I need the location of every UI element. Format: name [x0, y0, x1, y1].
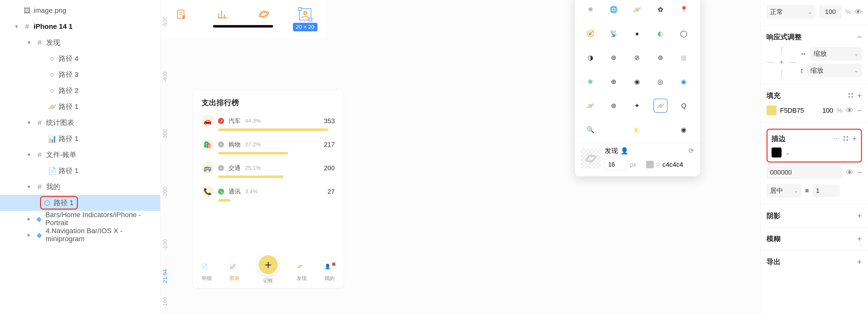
disclosure-icon[interactable]: ▾ [28, 151, 35, 158]
tab-discover[interactable]: 🪐 发现 [297, 264, 307, 282]
layer-files[interactable]: ▾# 文件-账单 [0, 147, 160, 163]
icon-pin[interactable]: 📍 [677, 2, 691, 16]
icon-target[interactable]: ⊚ [653, 50, 668, 65]
user-icon: 👤 [620, 147, 628, 155]
add-blur-icon[interactable]: + [857, 234, 862, 244]
icon-signal[interactable]: 📡 [607, 27, 621, 41]
layer-nav-component[interactable]: ▸◆ 4.Navigation Bar/IOS X - miniprogram [0, 227, 160, 243]
remove-stroke-icon[interactable]: − [857, 168, 862, 177]
chevron-down-icon[interactable]: ⌄ [785, 149, 790, 156]
refresh-icon[interactable]: ⟳ [689, 147, 694, 155]
selected-user-icon[interactable]: 20 × 20 [299, 8, 311, 20]
fab-add-button[interactable]: + [257, 254, 279, 276]
icon-compass7[interactable]: ⊛ [607, 99, 621, 113]
constraint-v-select[interactable]: 缩放 [807, 64, 862, 77]
icon-blank2[interactable] [653, 123, 668, 137]
icon-size-input[interactable] [605, 159, 627, 170]
icon-leaf[interactable]: ◐ [653, 27, 668, 41]
disclosure-icon[interactable]: ▾ [15, 23, 23, 30]
stroke-align-select[interactable]: 居中 [767, 184, 802, 198]
icon-compass4[interactable]: ⊕ [607, 75, 621, 89]
remove-fill-icon[interactable]: − [857, 106, 862, 115]
icon-compass-q[interactable]: Q [677, 99, 691, 113]
icon-compass-dark[interactable]: ● [630, 27, 644, 41]
more-icon[interactable]: ⋯ [833, 135, 840, 142]
icon-moon[interactable]: ◐ [630, 123, 644, 137]
icon-compass3[interactable]: ⊘ [630, 50, 644, 65]
layer-path3[interactable]: ○ 路径 3 [0, 67, 160, 83]
color-swatch[interactable] [646, 161, 654, 168]
icon-globe[interactable]: 🌐 [607, 2, 621, 16]
tab-add[interactable]: + 记账 [257, 261, 279, 284]
stroke-swatch[interactable] [772, 147, 781, 158]
blend-mode-select[interactable]: 正常 [767, 5, 816, 19]
stroke-visibility-icon[interactable]: 👁 [846, 168, 854, 177]
layer-discover[interactable]: ▾# 发现 [0, 35, 160, 50]
icon-compass2[interactable]: ⊛ [607, 50, 621, 65]
layer-image[interactable]: 🖼 image.png [0, 2, 160, 19]
rank-bar [218, 199, 230, 202]
fill-hex[interactable]: F5DB75 [780, 107, 804, 114]
rank-name: 汽车 [228, 117, 241, 125]
layer-files-path1[interactable]: 📄 路径 1 [0, 163, 160, 179]
icon-fan[interactable]: ✿ [653, 2, 668, 16]
icon-compass8[interactable]: ◉ [677, 123, 691, 137]
disclosure-icon[interactable]: ▸ [28, 216, 35, 222]
layer-stats[interactable]: ▾# 统计图表 [0, 115, 160, 131]
rank-row-telecom[interactable]: 📞 ↘ 通讯 3.4% 27 [202, 185, 335, 198]
layer-mine-path1-selected[interactable]: ⬡ 路径 1 [0, 195, 160, 211]
tab-chart[interactable]: 📈 图表 [229, 264, 240, 282]
add-shadow-icon[interactable]: + [857, 211, 862, 220]
add-fill-icon[interactable]: + [857, 91, 862, 100]
fill-visibility-icon[interactable]: 👁 [846, 106, 854, 115]
tab-detail[interactable]: 📄 明细 [202, 264, 212, 282]
visibility-toggle-icon[interactable]: 👁 [855, 8, 862, 16]
stroke-hex-input[interactable]: 000000 [767, 166, 842, 179]
style-icon[interactable] [848, 93, 854, 98]
bar-chart-icon[interactable] [217, 8, 228, 20]
opacity-input[interactable]: 100 [819, 5, 842, 18]
layer-path1[interactable]: 🪐 路径 1 [0, 99, 160, 115]
planet-icon[interactable] [258, 8, 270, 20]
style-icon[interactable] [843, 136, 848, 141]
icon-ring[interactable]: ◯ [677, 27, 691, 41]
layer-bars-component[interactable]: ▸◆ Bars/Home Indicators/iPhone - Portrai… [0, 211, 160, 227]
icon-leaf2[interactable]: ◑ [583, 50, 597, 65]
constraint-h-select[interactable]: 缩放 [810, 47, 862, 61]
receipt-icon[interactable]: ¥ [175, 8, 187, 20]
disclosure-icon[interactable]: ▾ [28, 183, 35, 190]
rank-row-car[interactable]: 🚗 ↗ 汽车 44.3% 353 [202, 115, 335, 127]
icon-search[interactable]: 🔍 [583, 123, 597, 137]
icon-planet-selected[interactable]: 🪐 [653, 99, 668, 113]
disclosure-icon[interactable]: ▾ [28, 119, 35, 126]
stroke-width-input[interactable]: 1 [812, 184, 840, 197]
add-export-icon[interactable]: + [857, 257, 862, 267]
icon-blank1[interactable] [607, 123, 621, 137]
icon-grid4[interactable]: ▦ [677, 50, 691, 65]
layer-frame-iphone[interactable]: ▾# iPhone 14 1 [0, 19, 160, 35]
layer-path4[interactable]: ○ 路径 4 [0, 50, 160, 67]
icon-atom[interactable]: ⚛ [583, 2, 597, 16]
icon-orbit[interactable]: 🪐 [630, 2, 644, 16]
rank-row-shopping[interactable]: 🛍️ – 购物 27.2% 217 [202, 138, 335, 150]
icon-compass-fill[interactable]: 🧭 [583, 27, 597, 41]
tab-mine[interactable]: 👤 我的 [324, 264, 335, 282]
layer-path2[interactable]: ○ 路径 2 [0, 83, 160, 99]
layer-stats-path1[interactable]: 📊 路径 1 [0, 131, 160, 147]
collapse-icon[interactable]: − [857, 32, 862, 42]
disclosure-icon[interactable]: ▾ [28, 39, 35, 46]
color-hex[interactable]: c4c4c4 [662, 161, 683, 169]
icon-compass-bold[interactable]: ✦ [630, 99, 644, 113]
add-stroke-icon[interactable]: + [852, 134, 857, 143]
icon-compass6[interactable]: ◎ [653, 75, 668, 89]
layer-mine[interactable]: ▾# 我的 [0, 179, 160, 195]
disclosure-icon[interactable]: ▸ [28, 232, 35, 238]
icon-compass5[interactable]: ◉ [630, 75, 644, 89]
constraint-widget[interactable]: + [767, 47, 797, 77]
icon-planet-light[interactable]: 🪐 [583, 99, 597, 113]
icon-compass-blue[interactable]: ◉ [677, 75, 691, 89]
icon-flower[interactable]: ❀ [583, 75, 597, 89]
rank-row-transport[interactable]: 🚌 – 交通 25.1% 200 [202, 162, 335, 174]
fill-swatch[interactable] [767, 105, 777, 115]
fill-opacity[interactable]: 100 [823, 107, 833, 114]
